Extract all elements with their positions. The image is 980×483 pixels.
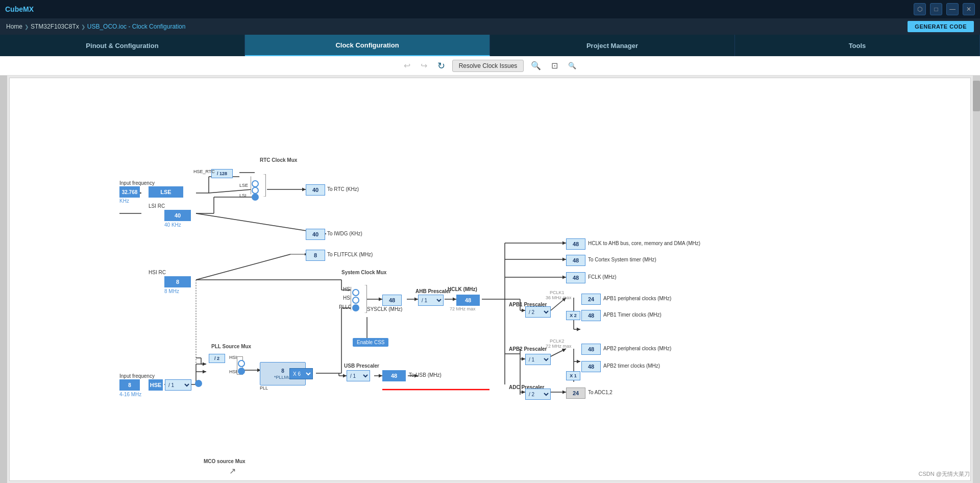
hsi-box[interactable]: 8 [164,276,191,287]
minimize-btn[interactable]: — [946,3,959,15]
breadcrumb-file: USB_OCO.ioc - Clock Configuration [87,23,186,30]
lse-box[interactable]: LSE [149,186,183,198]
usb-div-select[interactable]: / 1 [347,370,370,381]
cortex-timer-box[interactable]: 48 [566,255,585,266]
hclk-label: HCLK (MHz) [448,286,477,292]
hsi-rc-label: HSI RC [149,270,166,275]
apb1-div-select[interactable]: / 2 [525,306,551,318]
usb-out-label: To USB (MHz) [409,372,442,378]
apb2-div-select[interactable]: / 1 [525,354,551,365]
usb-prescaler-label: USB Prescaler [344,363,379,369]
usb-out-box[interactable]: 48 [382,370,406,381]
refresh-button[interactable]: ↻ [434,59,448,73]
sysclk-label: SYSCLK (MHz) [367,306,402,312]
main-area: Input frequency 32.768 KHz LSE LSI RC 40… [0,76,980,483]
pll-hsi-label: HSI [229,355,237,360]
tab-pinout[interactable]: Pinout & Configuration [0,35,245,56]
top-icons: ⬡ □ — ✕ [914,3,975,15]
pll-mux-radio-hsi[interactable] [238,360,245,367]
hse-box[interactable]: HSE [149,379,163,391]
lsi-unit-label: 40 KHz [164,222,181,228]
pll-mul-label: *PLLMul [274,375,291,380]
apb1-peri-box[interactable]: 24 [581,294,601,305]
mco-arrow: ↗ [229,466,239,476]
hse-freq-box[interactable]: 8 [119,379,140,391]
hse-unit-label: 4-16 MHz [119,392,141,397]
breadcrumb-home[interactable]: Home ❯ [6,23,29,30]
apb1-timer-label: APB1 Timer clocks (MHz) [603,312,662,318]
pclk1-label: PCLK1 [550,290,565,295]
mco-source-mux-label: MCO source Mux [204,458,246,464]
share-btn[interactable]: ⬡ [914,3,926,15]
toolbar: ↩ ↪ ↻ Resolve Clock Issues 🔍 ⊡ 🔍 [0,56,980,76]
close-btn[interactable]: ✕ [963,3,975,15]
enable-css-button[interactable]: Enable CSS [353,338,388,347]
fit-button[interactable]: ⊡ [548,60,561,71]
clock-diagram: Input frequency 32.768 KHz LSE LSI RC 40… [10,78,612,466]
hclk-ahb-box[interactable]: 48 [566,238,585,250]
hse-pll-radio[interactable] [195,380,202,387]
rtc-clock-mux-label: RTC Clock Mux [260,157,297,163]
diagram-lines [10,78,612,466]
fclk-label: FCLK (MHz) [588,274,617,280]
pll-label: PLL [260,385,268,391]
lse-freq-box[interactable]: 32.768 [119,186,140,198]
rtc-mux-radio-lse[interactable] [252,187,259,194]
lsi-box[interactable]: 40 [164,210,191,221]
redo-button[interactable]: ↪ [418,60,430,71]
apb1-timer-box[interactable]: 48 [581,310,601,321]
pll-mux-radio-hse[interactable] [238,368,245,375]
sysclk-box[interactable]: 48 [382,295,402,306]
rtc-mux-radio-lsi[interactable] [252,194,259,201]
hclk-ahb-label: HCLK to AHB bus, core, memory and DMA (M… [588,240,700,246]
hsi-unit-label: 8 MHz [164,288,179,294]
fclk-box[interactable]: 48 [566,272,585,283]
chevron-icon: ❯ [24,24,29,30]
svg-line-13 [196,254,290,280]
expand-btn[interactable]: □ [930,3,942,15]
pclk2-label: PCLK2 [550,339,565,344]
rtc-mux-radio-hse[interactable] [252,180,259,187]
apb2-x1-box: X 1 [566,371,580,380]
tab-clock[interactable]: Clock Configuration [245,35,490,56]
sysclk-mux-radio-hsi[interactable] [352,289,359,296]
to-iwdg-box[interactable]: 40 [306,229,325,240]
hsi-sys-mux-label: HSI [343,286,352,292]
tab-tools[interactable]: Tools [735,35,980,56]
hse-rtc-label: HSE_RTC [193,169,215,174]
sysclk-mux-radio-pll[interactable] [352,304,359,311]
clock-diagram-area[interactable]: Input frequency 32.768 KHz LSE LSI RC 40… [9,78,971,481]
lse-mux-label: LSE [239,183,248,188]
hse-div1-select[interactable]: / 1 [165,379,191,391]
chevron-icon: ❯ [81,24,85,30]
sysclk-mux-radio-hse[interactable] [352,297,359,304]
undo-button[interactable]: ↩ [401,60,413,71]
ahb-div-select[interactable]: / 1 [418,295,444,306]
adc-div-select[interactable]: / 2 [525,389,551,400]
pll-mul-select[interactable]: X 6 [289,368,313,379]
tab-project[interactable]: Project Manager [490,35,735,56]
breadcrumb-device[interactable]: STM32F103C8Tx ❯ [31,23,85,30]
generate-code-button[interactable]: GENERATE CODE [908,21,974,32]
to-rtc-label: To RTC (KHz) [327,186,359,192]
to-rtc-box[interactable]: 40 [306,184,325,196]
watermark: CSDN @无情大菜刀 [919,470,970,478]
apb2-peri-box[interactable]: 48 [581,344,601,355]
lsi-mux-label: LSI [239,193,247,198]
topbar: CubeMX ⬡ □ — ✕ [0,0,980,18]
breadcrumb: Home ❯ STM32F103C8Tx ❯ USB_OCO.ioc - Clo… [0,18,980,35]
zoom-out-button[interactable]: 🔍 [565,61,579,70]
right-scrollbar[interactable] [973,76,980,483]
svg-line-6 [209,189,252,193]
zoom-in-button[interactable]: 🔍 [528,60,544,71]
resolve-clock-issues-button[interactable]: Resolve Clock Issues [452,60,524,72]
left-sidebar [0,76,7,483]
scrollbar-thumb[interactable] [973,81,980,111]
to-flit-box[interactable]: 8 [306,250,325,261]
apb2-timer-box[interactable]: 48 [581,361,601,372]
apb1-peri-label: APB1 peripheral clocks (MHz) [603,296,671,301]
adc-out-box[interactable]: 24 [566,388,585,399]
hclk-box[interactable]: 48 [456,295,480,306]
pll-hsi-div2-box[interactable]: / 2 [209,354,225,363]
lse-input-freq-label: Input frequency [119,180,155,186]
